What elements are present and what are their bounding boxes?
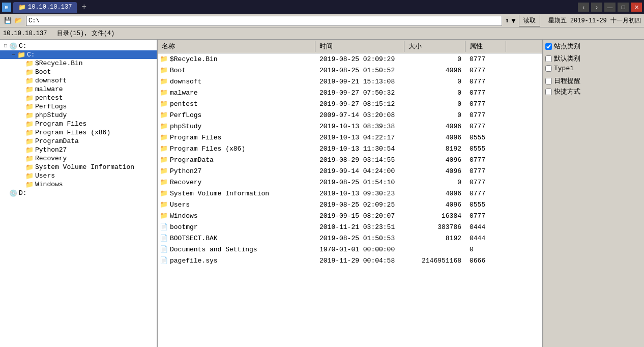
folder-tree-icon: 📁 — [25, 155, 34, 162]
table-row[interactable]: 📁Users2019-08-25 02:09:2540960555 — [158, 199, 542, 210]
table-row[interactable]: 📄pagefile.sys2019-11-29 00:04:5821469511… — [158, 255, 542, 266]
tree-item-label: ProgramData — [35, 137, 79, 145]
maximize-button[interactable]: □ — [618, 3, 629, 12]
tree-item[interactable]: 📁downsoft — [0, 76, 157, 85]
tree-item[interactable]: 📁$Recycle.Bin — [0, 59, 157, 68]
folder-tree-icon: 📁 — [25, 181, 34, 188]
table-row[interactable]: 📁ProgramData2019-08-29 03:14:5540960777 — [158, 154, 542, 165]
file-icon: 📄 — [160, 223, 168, 231]
schedule-checkbox[interactable] — [545, 78, 552, 84]
file-name-text: Windows — [170, 212, 198, 220]
file-attr-cell: 0444 — [465, 235, 506, 242]
shortcut-item: 快捷方式 — [545, 87, 642, 96]
file-name-cell: 📄BOOTSECT.BAK — [158, 234, 315, 242]
tree-item[interactable]: 💿D: — [0, 189, 157, 197]
file-name-text: Documents and Settings — [170, 246, 257, 253]
tab-active[interactable]: 📁 10.10.10.137 — [13, 2, 77, 13]
file-name-text: Python27 — [170, 167, 201, 175]
tree-item-label: downsoft — [35, 77, 67, 84]
table-row[interactable]: 📄BOOTSECT.BAK2019-08-25 01:50:5381920444 — [158, 233, 542, 244]
next-button[interactable]: › — [591, 3, 602, 12]
table-row[interactable]: 📁pentest2019-09-27 08:15:1200777 — [158, 98, 542, 109]
table-row[interactable]: 📁PerfLogs2009-07-14 03:20:0800777 — [158, 109, 542, 121]
shortcut-checkbox[interactable] — [545, 89, 552, 95]
tree-item[interactable]: 📁System Volume Information — [0, 163, 157, 171]
tree-item[interactable]: 📁Users — [0, 171, 157, 180]
shortcut-label: 快捷方式 — [554, 87, 580, 96]
tree-item[interactable]: 📁phpStudy — [0, 111, 157, 120]
table-row[interactable]: 📁malware2019-09-27 07:50:3200777 — [158, 87, 542, 98]
address-input[interactable] — [26, 16, 502, 26]
tree-item[interactable]: 📁PerfLogs — [0, 102, 157, 111]
table-row[interactable]: 📁Program Files2019-10-13 04:22:174096055… — [158, 132, 542, 143]
col-header-size[interactable]: 大小 — [404, 41, 465, 52]
file-attr-cell: 0777 — [465, 100, 506, 108]
tree-item[interactable]: □💿C: — [0, 42, 157, 50]
file-name-cell: 📁phpStudy — [158, 122, 315, 130]
table-row[interactable]: 📄Documents and Settings1970-01-01 00:00:… — [158, 244, 542, 255]
table-row[interactable]: 📁downsoft2019-09-21 15:13:0800777 — [158, 76, 542, 87]
file-attr-cell: 0777 — [465, 55, 506, 63]
folder-tree-icon: 📁 — [17, 51, 25, 59]
folder-icon: 📁 — [160, 66, 168, 74]
folder-tree-icon: 📁 — [25, 164, 34, 171]
tree-item-label: Python27 — [35, 146, 67, 154]
tree-item[interactable]: 📁Python27 — [0, 146, 157, 154]
table-row[interactable]: 📁Program Files (x86)2019-10-13 11:30:548… — [158, 143, 542, 154]
prev-button[interactable]: ‹ — [578, 3, 589, 12]
table-row[interactable]: 📁System Volume Information2019-10-13 09:… — [158, 188, 542, 199]
tree-item-label: Program Files — [35, 120, 86, 128]
col-header-name[interactable]: 名称 — [158, 41, 315, 52]
tree-item[interactable]: 📁Boot — [0, 68, 157, 76]
tree-item[interactable]: 📁ProgramData — [0, 137, 157, 146]
tree-item[interactable]: 📁malware — [0, 85, 157, 94]
file-size-cell: 4096 — [404, 67, 465, 74]
tree-item[interactable]: —📁C: — [0, 50, 157, 59]
file-size-cell: 4096 — [404, 134, 465, 141]
new-tab-button[interactable]: + — [79, 2, 89, 12]
col-header-time[interactable]: 时间 — [315, 41, 404, 52]
file-name-text: Boot — [170, 67, 186, 74]
table-row[interactable]: 📁phpStudy2019-10-13 08:39:3840960777 — [158, 121, 542, 132]
upload-icon[interactable]: ⬆ — [505, 16, 509, 25]
type1-checkbox[interactable] — [545, 65, 552, 72]
tree-item[interactable]: 📁Windows — [0, 180, 157, 189]
file-attr-cell: 0777 — [465, 167, 506, 175]
file-size-cell: 2146951168 — [404, 257, 465, 265]
default-type-item: 默认类别 — [545, 54, 642, 63]
folder-icon: 📁 — [160, 111, 168, 119]
file-attr-cell: 0777 — [465, 156, 506, 164]
tree-item[interactable]: 📁Program Files (x86) — [0, 128, 157, 137]
tree-item[interactable]: 📁pentest — [0, 94, 157, 102]
table-row[interactable]: 📁Recovery2019-08-25 01:54:1000777 — [158, 177, 542, 188]
minimize-button[interactable]: — — [604, 3, 616, 12]
folder-icon: 📁 — [160, 55, 168, 63]
file-attr-cell: 0777 — [465, 89, 506, 97]
default-type-checkbox[interactable] — [545, 55, 552, 62]
tree-panel: □💿C:—📁C:📁$Recycle.Bin📁Boot📁downsoft📁malw… — [0, 40, 158, 347]
file-time-cell: 2019-08-29 03:14:55 — [315, 156, 404, 164]
read-button[interactable]: 读取 — [519, 15, 540, 26]
table-row[interactable]: 📁Boot2019-08-25 01:50:5240960777 — [158, 65, 542, 76]
dropdown-icon[interactable]: ▼ — [511, 17, 515, 25]
tree-item[interactable]: 📁Recovery — [0, 154, 157, 163]
table-row[interactable]: 📁Python272019-09-14 04:24:0040960777 — [158, 165, 542, 177]
file-time-cell: 2019-08-25 02:09:29 — [315, 55, 404, 63]
datetime-display: 星期五 2019-11-29 十一月初四 — [548, 16, 641, 25]
file-time-cell: 2019-09-27 07:50:32 — [315, 89, 404, 97]
table-row[interactable]: 📁Windows2019-09-15 08:20:07163840777 — [158, 210, 542, 221]
col-header-attr[interactable]: 属性 — [465, 41, 506, 52]
folder-icon: 📁 — [160, 167, 168, 175]
table-row[interactable]: 📄bootmgr2010-11-21 03:23:513837860444 — [158, 221, 542, 233]
folder-tree-icon: 📁 — [25, 60, 34, 67]
tree-item[interactable]: 📁Program Files — [0, 120, 157, 128]
file-name-text: System Volume Information — [170, 190, 269, 197]
folder-icon: 📁 — [160, 189, 168, 197]
file-size-cell: 0 — [404, 100, 465, 108]
main-checkbox[interactable] — [545, 43, 552, 50]
table-row[interactable]: 📁$Recycle.Bin2019-08-25 02:09:2900777 — [158, 53, 542, 65]
file-name-cell: 📁Recovery — [158, 178, 315, 186]
close-button[interactable]: ✕ — [631, 3, 642, 12]
file-name-text: bootmgr — [170, 223, 198, 231]
tree-item-label: System Volume Information — [35, 163, 134, 171]
